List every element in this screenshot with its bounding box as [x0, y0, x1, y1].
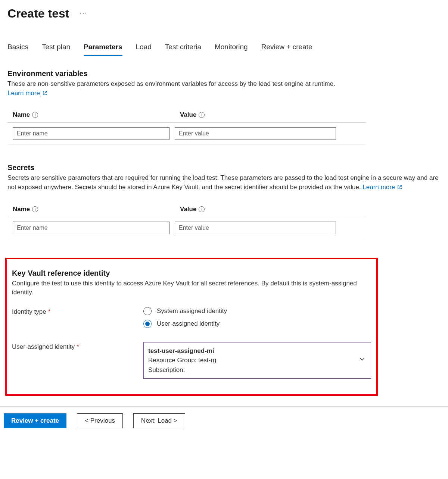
dropdown-title: test-user-assigned-mi: [148, 346, 356, 356]
secret-name-input[interactable]: [13, 222, 169, 234]
radio-icon: [143, 307, 152, 315]
radio-user-assigned[interactable]: User-assigned identity: [143, 320, 227, 328]
key-vault-highlight-box: Key Vault reference identity Configure t…: [5, 258, 378, 396]
user-assigned-identity-row: User-assigned identity * test-user-assig…: [12, 342, 371, 379]
tab-basics[interactable]: Basics: [7, 43, 28, 56]
tab-parameters[interactable]: Parameters: [84, 43, 122, 56]
info-icon[interactable]: i: [199, 112, 205, 118]
secrets-desc: Secrets are sensitive parameters that ar…: [7, 173, 441, 192]
dropdown-resource-group: Resource Group: test-rg: [148, 356, 356, 365]
secrets-learn-more-link[interactable]: Learn more: [363, 184, 402, 191]
tab-review-create[interactable]: Review + create: [261, 43, 312, 56]
secrets-col-value: Value i: [180, 206, 366, 213]
title-row: Create test ···: [7, 7, 441, 21]
previous-button[interactable]: < Previous: [77, 413, 123, 428]
secrets-header: Name i Value i: [7, 203, 366, 217]
env-vars-desc-text: These are non-sensitive parameters expos…: [7, 80, 335, 87]
tab-monitoring[interactable]: Monitoring: [215, 43, 248, 56]
review-create-button[interactable]: Review + create: [4, 413, 66, 428]
env-vars-col-name: Name i: [13, 111, 180, 119]
secrets-row: [7, 217, 366, 239]
info-icon[interactable]: i: [32, 112, 38, 118]
tab-test-plan[interactable]: Test plan: [42, 43, 70, 56]
env-var-value-input[interactable]: [175, 127, 336, 140]
radio-label: User-assigned identity: [157, 320, 220, 328]
radio-label: System assigned identity: [157, 307, 227, 315]
secrets-col-name: Name i: [13, 206, 180, 213]
radio-icon: [143, 320, 152, 328]
section-env-vars: Environment variables These are non-sens…: [7, 69, 441, 145]
tab-load[interactable]: Load: [136, 43, 152, 56]
info-icon[interactable]: i: [199, 206, 205, 212]
kv-heading: Key Vault reference identity: [12, 269, 371, 278]
env-vars-col-value: Value i: [180, 111, 366, 119]
footer: Review + create < Previous Next: Load >: [0, 407, 448, 439]
env-vars-table: Name i Value i: [7, 108, 366, 145]
secrets-table: Name i Value i: [7, 203, 366, 239]
env-vars-desc: These are non-sensitive parameters expos…: [7, 79, 441, 98]
radio-system-assigned[interactable]: System assigned identity: [143, 307, 227, 315]
tab-test-criteria[interactable]: Test criteria: [165, 43, 201, 56]
external-link-icon: [42, 90, 48, 97]
info-icon[interactable]: i: [32, 206, 38, 212]
env-vars-header: Name i Value i: [7, 108, 366, 123]
env-vars-heading: Environment variables: [7, 69, 441, 78]
section-secrets: Secrets Secrets are sensitive parameters…: [7, 163, 441, 239]
env-vars-learn-more-link[interactable]: Learn more: [7, 90, 48, 97]
user-assigned-identity-label: User-assigned identity *: [12, 342, 143, 351]
chevron-down-icon: [359, 356, 365, 365]
user-assigned-identity-dropdown[interactable]: test-user-assigned-mi Resource Group: te…: [143, 342, 371, 379]
more-icon[interactable]: ···: [80, 10, 87, 18]
secret-value-input[interactable]: [175, 222, 336, 234]
page-title: Create test: [7, 7, 69, 21]
next-button[interactable]: Next: Load >: [133, 413, 185, 428]
identity-type-row: Identity type * System assigned identity…: [12, 307, 371, 328]
identity-type-label: Identity type *: [12, 307, 143, 316]
secrets-heading: Secrets: [7, 163, 441, 172]
dropdown-subscription: Subscription:: [148, 365, 356, 375]
external-link-icon: [397, 184, 402, 191]
env-vars-row: [7, 123, 366, 145]
tabs: BasicsTest planParametersLoadTest criter…: [7, 43, 441, 56]
env-var-name-input[interactable]: [13, 127, 169, 140]
kv-desc: Configure the test to use this identity …: [12, 279, 371, 297]
identity-type-radio-group: System assigned identity User-assigned i…: [143, 307, 227, 328]
